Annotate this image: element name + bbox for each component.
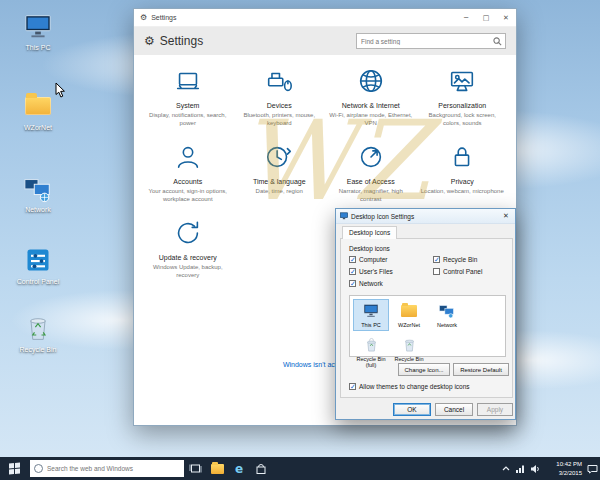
desktop-icon-label: WZorNet xyxy=(10,124,66,132)
control-panel-icon xyxy=(22,244,54,276)
settings-category-ease-of-access[interactable]: Ease of Access Narrator, magnifier, high… xyxy=(325,137,417,203)
taskbar-search-box[interactable] xyxy=(30,460,184,477)
settings-category-accounts[interactable]: Accounts Your account, sign-in options, … xyxy=(142,137,234,203)
gear-icon: ⚙ xyxy=(144,34,155,48)
restore-default-button[interactable]: Restore Default xyxy=(453,363,509,376)
store-button[interactable] xyxy=(250,457,272,480)
checkbox-users-files[interactable]: User's Files xyxy=(349,268,393,275)
ok-button[interactable]: OK xyxy=(393,403,431,416)
desktop-icon-this-pc[interactable]: This PC xyxy=(10,10,66,52)
checkbox-allow-themes[interactable]: Allow themes to change desktop icons xyxy=(349,383,470,390)
search-icon xyxy=(493,37,502,46)
desktop-icon-recycle-bin[interactable]: Recycle Bin xyxy=(10,312,66,354)
category-desc: Wi-Fi, airplane mode, Ethernet, VPN xyxy=(328,111,414,127)
category-name: Devices xyxy=(237,102,323,109)
browser-button[interactable]: e xyxy=(228,457,250,480)
settings-category-network[interactable]: Network & Internet Wi-Fi, airplane mode,… xyxy=(325,61,417,127)
desktop-icon-label: This PC xyxy=(10,44,66,52)
monitor-icon xyxy=(340,212,348,220)
dialog-icon-recycle-bin-full[interactable]: Recycle Bin (full) xyxy=(353,333,389,371)
tab-desktop-icons[interactable]: Desktop Icons xyxy=(342,226,397,239)
window-title: Settings xyxy=(151,14,456,21)
network-status-icon[interactable] xyxy=(513,457,528,480)
dialog-icon-label: This PC xyxy=(354,322,388,329)
dialog-titlebar[interactable]: Desktop Icon Settings ✕ xyxy=(336,209,515,224)
category-desc: Windows Update, backup, recovery xyxy=(145,263,231,279)
settings-category-update-recovery[interactable]: Update & recovery Windows Update, backup… xyxy=(142,213,234,279)
dialog-title: Desktop Icon Settings xyxy=(351,213,497,220)
category-desc: Narrator, magnifier, high contrast xyxy=(328,187,414,203)
dialog-icon-this-pc[interactable]: This PC xyxy=(353,299,389,331)
file-explorer-button[interactable] xyxy=(206,457,228,480)
taskbar-search-input[interactable] xyxy=(47,465,184,472)
dialog-icon-wzornet[interactable]: WZorNet xyxy=(391,299,427,331)
folder-icon xyxy=(211,464,224,474)
category-name: Time & language xyxy=(237,178,323,185)
checkbox-label: User's Files xyxy=(359,268,393,275)
checkbox xyxy=(433,268,440,275)
settings-search-box[interactable] xyxy=(356,33,506,49)
this-pc-icon xyxy=(22,10,54,42)
checkbox-label: Allow themes to change desktop icons xyxy=(359,383,470,390)
action-center-button[interactable] xyxy=(585,457,600,480)
system-icon xyxy=(145,65,231,97)
recycle-bin-icon xyxy=(22,312,54,344)
folder-icon xyxy=(392,301,426,321)
apply-button[interactable]: Apply xyxy=(477,403,513,416)
close-icon[interactable]: ✕ xyxy=(497,209,515,224)
settings-category-time-language[interactable]: Time & language Date, time, region xyxy=(234,137,326,203)
settings-category-privacy[interactable]: Privacy Location, webcam, microphone xyxy=(417,137,509,203)
desktop-icon-settings-dialog: Desktop Icon Settings ✕ Desktop Icons De… xyxy=(335,208,516,420)
category-name: Privacy xyxy=(420,178,506,185)
group-label: Desktop icons xyxy=(349,245,390,252)
tray-overflow-button[interactable] xyxy=(498,457,513,480)
checkbox-label: Network xyxy=(359,280,383,287)
category-name: Personalization xyxy=(420,102,506,109)
dialog-icon-network[interactable]: Network xyxy=(429,299,465,331)
checkbox xyxy=(349,268,356,275)
desktop-icon-control-panel[interactable]: Control Panel xyxy=(10,244,66,286)
checkbox xyxy=(349,280,356,287)
clock-language-icon xyxy=(237,141,323,173)
network-icon xyxy=(22,172,54,204)
checkbox-network[interactable]: Network xyxy=(349,280,383,287)
settings-category-personalization[interactable]: Personalization Background, lock screen,… xyxy=(417,61,509,127)
category-name: Accounts xyxy=(145,178,231,185)
settings-category-devices[interactable]: Devices Bluetooth, printers, mouse, keyb… xyxy=(234,61,326,127)
refresh-icon xyxy=(145,217,231,249)
browser-e-icon: e xyxy=(235,463,243,475)
category-name: Update & recovery xyxy=(145,254,231,261)
settings-header: ⚙ Settings xyxy=(134,27,516,55)
recycle-bin-empty-icon xyxy=(392,335,426,355)
category-desc: Background, lock screen, colors, sounds xyxy=(420,111,506,127)
dialog-icon-label: Network xyxy=(430,322,464,329)
settings-search-input[interactable] xyxy=(357,38,493,45)
maximize-button[interactable]: □ xyxy=(476,9,496,27)
category-name: Ease of Access xyxy=(328,178,414,185)
taskbar-clock[interactable]: 10:42 PM 3/2/2015 xyxy=(543,460,585,476)
desktop-icon-wzornet[interactable]: WZorNet xyxy=(10,90,66,132)
checkbox-computer[interactable]: Computer xyxy=(349,256,388,263)
start-button[interactable] xyxy=(0,457,28,480)
volume-icon[interactable] xyxy=(528,457,543,480)
category-desc: Location, webcam, microphone xyxy=(420,187,506,195)
this-pc-icon xyxy=(354,301,388,321)
devices-icon xyxy=(237,65,323,97)
close-button[interactable]: ✕ xyxy=(496,9,516,27)
cancel-button[interactable]: Cancel xyxy=(435,403,473,416)
change-icon-button[interactable]: Change Icon... xyxy=(398,363,450,376)
checkbox-control-panel[interactable]: Control Panel xyxy=(433,268,482,275)
globe-icon xyxy=(328,65,414,97)
lock-icon xyxy=(420,141,506,173)
taskbar: e 10:42 PM 3/2/2015 xyxy=(0,457,600,480)
checkbox-recycle-bin[interactable]: Recycle Bin xyxy=(433,256,477,263)
settings-titlebar[interactable]: ⚙ Settings ─ □ ✕ xyxy=(134,9,516,27)
gear-icon: ⚙ xyxy=(140,13,147,22)
minimize-button[interactable]: ─ xyxy=(456,9,476,27)
task-view-button[interactable] xyxy=(184,457,206,480)
desktop-icon-network[interactable]: Network xyxy=(10,172,66,214)
settings-category-system[interactable]: System Display, notifications, search, p… xyxy=(142,61,234,127)
personalization-icon xyxy=(420,65,506,97)
dialog-tab-page: Desktop icons Computer Recycle Bin User'… xyxy=(340,238,513,398)
category-desc: Your account, sign-in options, workplace… xyxy=(145,187,231,203)
